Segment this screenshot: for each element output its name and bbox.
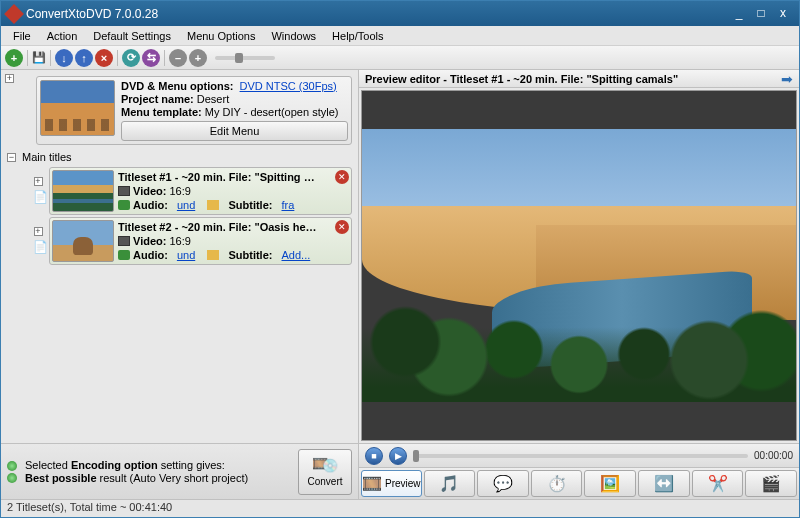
titleset-box[interactable]: Titleset #2 - ~20 min. File: "Oasis here…	[49, 217, 352, 265]
play-button[interactable]: ▶	[389, 447, 407, 465]
dvd-options-link[interactable]: DVD NTSC (30Fps)	[240, 80, 337, 92]
output-tab-icon: ↔️	[654, 474, 674, 493]
tab-image[interactable]: 🖼️	[584, 470, 636, 497]
titleset-thumbnail[interactable]	[52, 170, 114, 212]
preview-tabs: 🎞️Preview 🎵 💬 ⏱️ 🖼️ ↔️ ✂️ 🎬	[359, 467, 799, 499]
maintitles-expander[interactable]: −	[7, 153, 16, 162]
audio-tab-icon: 🎵	[439, 474, 459, 493]
subtitle-tab-icon: 💬	[493, 474, 513, 493]
encoding-status: Selected Encoding option setting gives: …	[25, 459, 290, 485]
left-footer: Selected Encoding option setting gives: …	[1, 443, 358, 499]
window-title: ConvertXtoDVD 7.0.0.28	[26, 7, 727, 21]
stop-button[interactable]: ■	[365, 447, 383, 465]
tab-chapters[interactable]: ⏱️	[531, 470, 583, 497]
titleset-thumbnail[interactable]	[52, 220, 114, 262]
edit-menu-button[interactable]: Edit Menu	[121, 121, 348, 141]
titleset-row: + Titleset #1 - ~20 min. File: "Spitting…	[31, 167, 352, 215]
preview-header: Preview editor - Titleset #1 - ~20 min. …	[359, 70, 799, 88]
add-file-icon[interactable]	[33, 240, 47, 254]
toolbar: + 💾 ↓ ↑ × ⟳ ⇆ – +	[1, 46, 799, 70]
main-titles-node[interactable]: − Main titles	[7, 151, 352, 163]
tab-preview[interactable]: 🎞️Preview	[361, 470, 422, 497]
main-titles-label: Main titles	[22, 151, 72, 163]
subtitle-link[interactable]: Add...	[282, 248, 311, 262]
tmpl-label: Menu template:	[121, 106, 202, 118]
project-tree: + DVD & Menu options: DVD NTSC (30Fps) P…	[1, 70, 358, 443]
next-button[interactable]: ➡	[781, 71, 793, 87]
tab-output[interactable]: ↔️	[638, 470, 690, 497]
separator	[50, 50, 51, 66]
menu-action[interactable]: Action	[39, 28, 86, 44]
audio-link[interactable]: und	[177, 248, 195, 262]
collapse-button[interactable]: –	[169, 49, 187, 67]
minimize-button[interactable]: _	[729, 6, 749, 22]
move-up-button[interactable]: ↑	[75, 49, 93, 67]
status-lights	[7, 461, 17, 483]
titleset-box[interactable]: Titleset #1 - ~20 min. File: "Spitting c…	[49, 167, 352, 215]
move-down-button[interactable]: ↓	[55, 49, 73, 67]
image-tab-icon: 🖼️	[600, 474, 620, 493]
titlebar: ConvertXtoDVD 7.0.0.28 _ □ x	[1, 1, 799, 26]
statusbar: 2 Titleset(s), Total time ~ 00:41:40	[1, 499, 799, 517]
preview-frame	[362, 129, 796, 401]
template-name: My DIY - desert(open style)	[205, 106, 339, 118]
tab-audio[interactable]: 🎵	[424, 470, 476, 497]
tab-extra[interactable]: 🎬	[745, 470, 797, 497]
remove-titleset-button[interactable]: ✕	[335, 220, 349, 234]
video-icon	[118, 186, 130, 196]
titleset-title: Titleset #1 - ~20 min. File: "Spitting c…	[118, 170, 318, 184]
menu-thumbnail[interactable]	[40, 80, 115, 136]
menu-file[interactable]: File	[5, 28, 39, 44]
titleset-title: Titleset #2 - ~20 min. File: "Oasis here…	[118, 220, 318, 234]
refresh-button[interactable]: ⟳	[122, 49, 140, 67]
add-file-icon[interactable]	[33, 190, 47, 204]
menu-default-settings[interactable]: Default Settings	[85, 28, 179, 44]
subtitle-link[interactable]: fra	[282, 198, 295, 212]
opt-label: DVD & Menu options:	[121, 80, 233, 92]
menu-help-tools[interactable]: Help/Tools	[324, 28, 391, 44]
titleset-expander[interactable]: +	[34, 227, 43, 236]
preview-viewport[interactable]	[361, 90, 797, 441]
remove-titleset-button[interactable]: ✕	[335, 170, 349, 184]
separator	[117, 50, 118, 66]
preview-icon: 🎞️	[362, 474, 382, 493]
zoom-slider[interactable]	[215, 56, 275, 60]
add-button[interactable]: +	[5, 49, 23, 67]
seek-slider[interactable]	[413, 454, 748, 458]
separator	[27, 50, 28, 66]
project-expander[interactable]: +	[5, 74, 14, 83]
maximize-button[interactable]: □	[751, 6, 771, 22]
project-box: DVD & Menu options: DVD NTSC (30Fps) Pro…	[36, 76, 352, 145]
remove-button[interactable]: ×	[95, 49, 113, 67]
project-info: DVD & Menu options: DVD NTSC (30Fps) Pro…	[121, 80, 348, 141]
tab-subtitles[interactable]: 💬	[477, 470, 529, 497]
merge-button[interactable]: ⇆	[142, 49, 160, 67]
name-label: Project name:	[121, 93, 194, 105]
audio-icon	[118, 200, 130, 210]
cut-tab-icon: ✂️	[708, 474, 728, 493]
convert-icon	[314, 456, 336, 474]
convert-button[interactable]: Convert	[298, 449, 352, 495]
expand-button[interactable]: +	[189, 49, 207, 67]
titleset-row: + Titleset #2 - ~20 min. File: "Oasis he…	[31, 217, 352, 265]
audio-link[interactable]: und	[177, 198, 195, 212]
menu-windows[interactable]: Windows	[263, 28, 324, 44]
app-icon	[4, 4, 24, 24]
save-icon[interactable]: 💾	[32, 51, 46, 64]
left-panel: + DVD & Menu options: DVD NTSC (30Fps) P…	[1, 70, 359, 499]
chapters-tab-icon: ⏱️	[547, 474, 567, 493]
tab-cut[interactable]: ✂️	[692, 470, 744, 497]
titleset-expander[interactable]: +	[34, 177, 43, 186]
green-light-icon	[7, 473, 17, 483]
green-light-icon	[7, 461, 17, 471]
subtitle-icon	[207, 200, 219, 210]
extra-tab-icon: 🎬	[761, 474, 781, 493]
menubar: File Action Default Settings Menu Option…	[1, 26, 799, 46]
preview-title: Preview editor - Titleset #1 - ~20 min. …	[365, 73, 781, 85]
close-button[interactable]: x	[773, 6, 793, 22]
app-window: ConvertXtoDVD 7.0.0.28 _ □ x File Action…	[0, 0, 800, 518]
transport-bar: ■ ▶ 00:00:00	[359, 443, 799, 467]
timecode: 00:00:00	[754, 450, 793, 461]
menu-menu-options[interactable]: Menu Options	[179, 28, 263, 44]
video-icon	[118, 236, 130, 246]
